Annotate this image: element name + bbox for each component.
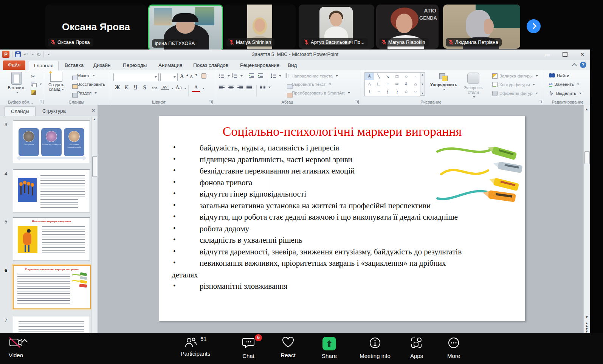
shape-right-brace[interactable]: } (392, 88, 401, 95)
smartart-button[interactable]: Преобразовать в SmartArt (284, 91, 350, 95)
scroll-down-icon[interactable]: ▼ (584, 315, 590, 319)
next-page-button[interactable] (527, 19, 541, 33)
scroll-thumb[interactable] (584, 151, 590, 164)
arrange-button[interactable]: Упорядочить (430, 72, 457, 91)
paragraph-dialog-launcher[interactable] (355, 100, 359, 104)
shape-rounded-rectangle[interactable]: ▫ (411, 73, 420, 80)
align-text-button[interactable]: Выровнять текст (284, 82, 331, 87)
panel-scrollbar[interactable]: ▲ (91, 116, 97, 333)
select-button[interactable]: Выделить (549, 91, 581, 96)
slide-thumbnail-5[interactable]: Фізіологічні маркери вигорання (13, 217, 90, 260)
tab-home[interactable]: Главная (29, 61, 59, 70)
shape-outline-button[interactable]: Контур фигуры (492, 82, 535, 87)
cut-button[interactable]: ✂ (31, 73, 36, 79)
tab-view[interactable]: Вид (283, 61, 302, 70)
bold-button[interactable]: Ж (113, 85, 121, 91)
shape-textbox[interactable]: A (365, 73, 374, 80)
replace-button[interactable]: abЗаменить (549, 82, 579, 87)
panel-scroll-thumb[interactable] (92, 156, 97, 177)
align-center-button[interactable] (228, 85, 234, 90)
meeting-info-button[interactable]: Meeting info (354, 337, 396, 359)
previous-slide-icon[interactable]: ▲▲ (584, 322, 590, 327)
underline-button[interactable]: Ч (132, 85, 140, 91)
columns-button[interactable] (260, 85, 271, 90)
clear-formatting-button[interactable] (201, 73, 206, 79)
chat-button[interactable]: 6 Chat (228, 337, 269, 359)
shape-rectangle[interactable]: □ (392, 73, 401, 80)
layout-button[interactable]: Макет (70, 73, 95, 78)
tab-review[interactable]: Рецензирование (235, 61, 284, 70)
section-button[interactable]: Раздел (70, 91, 97, 95)
align-right-button[interactable] (237, 85, 243, 90)
char-spacing-button[interactable]: AV (161, 85, 169, 90)
shape-flowchart[interactable]: ⌂ (411, 80, 420, 88)
tab-transitions[interactable]: Переходы (118, 61, 152, 70)
shape-left-brace[interactable]: { (383, 88, 392, 95)
line-spacing-button[interactable] (271, 73, 281, 78)
shadow-button[interactable]: S (141, 85, 149, 91)
shape-elbow-connector[interactable]: ∟ (374, 80, 383, 88)
increase-indent-button[interactable] (258, 73, 263, 78)
panel-close-icon[interactable]: ✕ (91, 108, 95, 113)
numbering-button[interactable]: 123 (232, 73, 243, 78)
collapse-ribbon-icon[interactable] (572, 63, 577, 68)
slide-thumbnail-7[interactable] (13, 316, 90, 333)
react-button[interactable]: React (267, 337, 309, 358)
share-button[interactable]: Share (308, 337, 350, 359)
shape-fill-button[interactable]: Заливка фигуры (492, 73, 538, 79)
shape-star[interactable]: ☆ (401, 88, 411, 95)
new-slide-button[interactable]: Создать слайд (46, 72, 67, 91)
shapes-gallery-scroll[interactable]: ▲▼▼ (420, 72, 425, 96)
shrink-font-button[interactable]: A▼ (190, 74, 198, 79)
tab-insert[interactable]: Вставка (60, 61, 88, 70)
participants-button[interactable]: 51 Participants (175, 337, 216, 357)
copy-button[interactable] (31, 82, 42, 87)
find-button[interactable]: Найти (549, 73, 569, 78)
scroll-up-icon[interactable]: ▲ (584, 107, 590, 111)
reset-button[interactable]: Восстановить (70, 82, 105, 87)
more-button[interactable]: More (433, 337, 474, 359)
shapes-gallery[interactable]: A ╲ ↘ □ ○ ▫ △ ∟ ⌐ ⇨ ⇩ ⌂ ≀ ≈ { } ☆ ⌣ (364, 72, 420, 96)
tab-outline-panel[interactable]: Структура (36, 106, 72, 116)
video-button[interactable]: Video (0, 337, 39, 358)
shape-elbow-arrow[interactable]: ⌐ (383, 80, 392, 88)
paste-button[interactable]: Вставить (7, 72, 26, 94)
change-case-button[interactable]: Aa (175, 85, 183, 91)
video-tile-iryna[interactable]: Ірина ПЄТУХОВА (148, 5, 223, 51)
minimize-button[interactable]: — (543, 51, 553, 57)
video-tile-oksana[interactable]: Оксана Ярова Оксана Ярова (45, 5, 147, 49)
tab-slideshow[interactable]: Показ слайдов (188, 61, 233, 70)
text-direction-button[interactable]: Направление текста (284, 73, 338, 78)
clipboard-dialog-launcher[interactable] (39, 100, 43, 104)
title-bar[interactable]: P ↶ ↻ Заняття 5_МВС - Microsoft PowerPoi… (0, 50, 590, 60)
shape-right-arrow[interactable]: ⇨ (392, 80, 401, 88)
shape-arc[interactable]: ⌣ (411, 88, 420, 95)
tab-file[interactable]: Файл (3, 60, 25, 70)
font-name-combo[interactable] (113, 73, 159, 81)
scroll-up-icon[interactable]: ▲ (91, 118, 97, 121)
tab-animations[interactable]: Анимация (153, 61, 187, 70)
shape-effects-button[interactable]: Эффекты фигур (492, 91, 538, 96)
close-button[interactable]: ✕ (577, 51, 587, 57)
align-left-button[interactable] (219, 85, 225, 90)
apps-button[interactable]: Apps (396, 337, 437, 359)
shape-line[interactable]: ╲ (374, 73, 383, 80)
tab-slides-panel[interactable]: Слайды (5, 106, 36, 116)
shape-triangle[interactable]: △ (365, 80, 374, 88)
slide-thumbnail-3[interactable]: Вигорання Втома від співчуття Вторинна т… (13, 120, 90, 163)
font-color-button[interactable]: А (192, 85, 200, 92)
shape-arrow-line[interactable]: ↘ (383, 73, 392, 80)
drawing-dialog-launcher[interactable] (539, 100, 543, 104)
bullets-button[interactable] (219, 73, 230, 78)
format-painter-button[interactable] (31, 90, 36, 95)
decrease-indent-button[interactable] (249, 73, 254, 78)
slide-thumbnail-4[interactable] (13, 169, 90, 212)
quick-styles-button[interactable]: Экспресс-стили (458, 72, 488, 99)
current-slide[interactable]: Соціально-психологічні маркери вигорання… (159, 116, 525, 321)
video-tile-artur[interactable]: Артур Васильович По... (299, 5, 374, 49)
shape-oval[interactable]: ○ (401, 73, 411, 80)
grow-font-button[interactable]: A▲ (180, 73, 189, 79)
next-slide-icon[interactable]: ▼▼ (584, 328, 590, 333)
video-tile-maryna[interactable]: ATIO GENDA Maryna Riabokin (376, 5, 439, 49)
restore-button[interactable] (563, 52, 567, 57)
